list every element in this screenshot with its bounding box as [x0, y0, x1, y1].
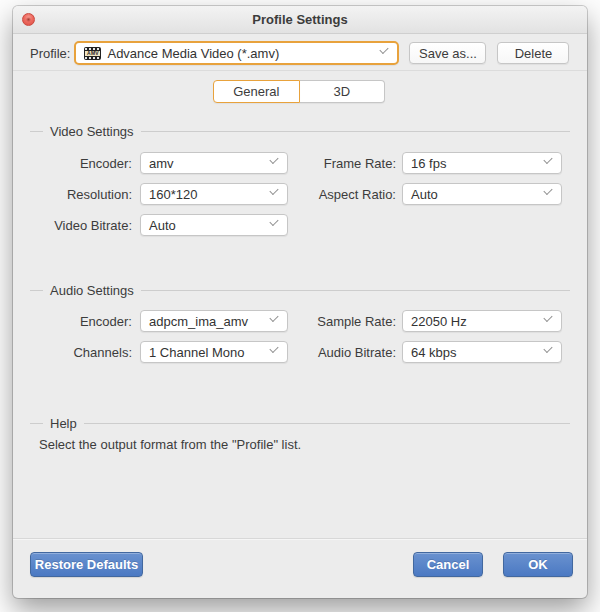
save-as-button[interactable]: Save as...	[409, 42, 486, 64]
video-bitrate-select[interactable]: Auto	[140, 214, 288, 236]
tab-bar: General 3D	[213, 80, 385, 103]
audio-encoder-label: Encoder:	[30, 314, 140, 329]
title-bar: Profile Settings	[13, 6, 587, 34]
audio-settings-title: Audio Settings	[50, 283, 134, 298]
chevron-down-icon	[270, 157, 278, 165]
amv-film-icon: AMV	[84, 47, 101, 60]
video-settings-header: Video Settings	[30, 124, 570, 138]
chevron-down-icon	[544, 188, 552, 196]
frame-rate-label: Frame Rate:	[288, 156, 402, 171]
resolution-label: Resolution:	[30, 187, 140, 202]
cancel-button[interactable]: Cancel	[413, 552, 483, 577]
audio-encoder-select[interactable]: adpcm_ima_amv	[140, 310, 288, 332]
close-icon[interactable]	[22, 13, 35, 26]
video-settings-title: Video Settings	[50, 124, 134, 139]
profile-label: Profile:	[30, 46, 70, 61]
chevron-down-icon	[544, 157, 552, 165]
chevron-down-icon	[270, 315, 278, 323]
profile-select-value: Advance Media Video (*.amv)	[107, 46, 279, 61]
audio-row-1: Encoder: adpcm_ima_amv Sample Rate: 2205…	[30, 309, 562, 333]
video-bitrate-label: Video Bitrate:	[30, 218, 140, 233]
restore-defaults-button[interactable]: Restore Defaults	[30, 552, 143, 577]
audio-bitrate-select[interactable]: 64 kbps	[402, 341, 562, 363]
tab-general[interactable]: General	[213, 80, 300, 103]
chevron-down-icon	[270, 346, 278, 354]
chevron-down-icon	[544, 315, 552, 323]
help-text: Select the output format from the "Profi…	[39, 437, 301, 452]
frame-rate-select[interactable]: 16 fps	[402, 152, 562, 174]
profile-toolbar: Profile: AMV Advance Media Video (*.amv)…	[30, 42, 569, 64]
window-title: Profile Settings	[13, 6, 587, 33]
tab-3d[interactable]: 3D	[300, 80, 386, 103]
audio-bitrate-label: Audio Bitrate:	[288, 345, 402, 360]
audio-settings-header: Audio Settings	[30, 283, 570, 297]
resolution-select[interactable]: 160*120	[140, 183, 288, 205]
chevron-down-icon	[544, 346, 552, 354]
aspect-ratio-select[interactable]: Auto	[402, 183, 562, 205]
channels-label: Channels:	[30, 345, 140, 360]
ok-button[interactable]: OK	[503, 552, 573, 577]
toolbar-divider	[13, 70, 587, 71]
profile-select[interactable]: AMV Advance Media Video (*.amv)	[74, 41, 399, 65]
chevron-down-icon	[270, 219, 278, 227]
help-header: Help	[30, 416, 570, 430]
sample-rate-label: Sample Rate:	[288, 314, 402, 329]
chevron-down-icon	[380, 47, 388, 55]
video-row-3: Video Bitrate: Auto	[30, 213, 288, 237]
footer-divider	[13, 538, 587, 539]
video-encoder-select[interactable]: amv	[140, 152, 288, 174]
video-row-2: Resolution: 160*120 Aspect Ratio: Auto	[30, 182, 562, 206]
aspect-ratio-label: Aspect Ratio:	[288, 187, 402, 202]
profile-settings-window: Profile Settings Profile: AMV Advance Me…	[13, 6, 587, 598]
channels-select[interactable]: 1 Channel Mono	[140, 341, 288, 363]
chevron-down-icon	[270, 188, 278, 196]
video-row-1: Encoder: amv Frame Rate: 16 fps	[30, 151, 562, 175]
audio-row-2: Channels: 1 Channel Mono Audio Bitrate: …	[30, 340, 562, 364]
help-title: Help	[50, 416, 77, 431]
sample-rate-select[interactable]: 22050 Hz	[402, 310, 562, 332]
delete-button[interactable]: Delete	[497, 42, 569, 64]
video-encoder-label: Encoder:	[30, 156, 140, 171]
